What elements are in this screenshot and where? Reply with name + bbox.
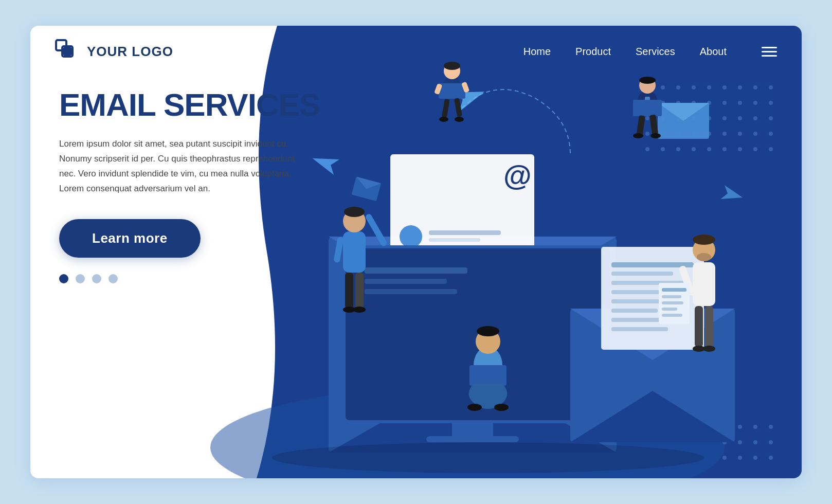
svg-point-56 (738, 456, 742, 460)
svg-point-125 (477, 326, 499, 336)
page-wrapper: @ 1 (30, 26, 802, 478)
svg-point-3 (661, 85, 665, 89)
svg-point-101 (455, 117, 464, 122)
svg-rect-76 (365, 267, 467, 274)
svg-point-7 (722, 85, 727, 89)
svg-point-41 (692, 147, 696, 151)
logo-text: YOUR LOGO (87, 44, 173, 60)
svg-rect-142 (705, 306, 713, 347)
svg-rect-77 (365, 279, 447, 284)
svg-point-36 (753, 132, 757, 136)
svg-point-18 (753, 101, 757, 105)
svg-point-44 (738, 147, 742, 151)
svg-point-42 (707, 147, 711, 151)
svg-rect-126 (469, 365, 507, 386)
svg-rect-113 (343, 231, 366, 273)
logo-icon (55, 39, 80, 64)
svg-point-111 (633, 133, 643, 138)
svg-point-53 (753, 440, 757, 444)
svg-rect-137 (662, 301, 683, 304)
svg-rect-88 (611, 309, 658, 313)
svg-rect-138 (662, 308, 677, 311)
hamburger-menu[interactable] (762, 47, 777, 57)
nav-home[interactable]: Home (523, 46, 551, 58)
hero-content: EMAIL SERVICES Lorem ipsum dolor sit ame… (59, 87, 327, 283)
svg-rect-119 (345, 273, 353, 309)
svg-rect-86 (611, 290, 663, 294)
pagination-dots (59, 274, 327, 283)
svg-point-43 (722, 147, 727, 151)
svg-point-28 (769, 116, 773, 120)
svg-point-25 (722, 116, 727, 120)
svg-point-52 (738, 440, 742, 444)
svg-rect-149 (63, 47, 71, 56)
svg-point-144 (703, 346, 715, 352)
svg-point-17 (738, 101, 742, 105)
svg-rect-64 (429, 238, 480, 242)
svg-rect-79 (452, 422, 493, 436)
svg-rect-84 (611, 272, 673, 276)
svg-point-50 (769, 425, 773, 429)
header: YOUR LOGO Home Product Services About (30, 26, 802, 77)
svg-point-37 (769, 132, 773, 136)
svg-point-132 (693, 235, 715, 245)
svg-point-62 (400, 225, 422, 248)
dot-4[interactable] (108, 274, 118, 283)
logo-area: YOUR LOGO (55, 39, 173, 64)
svg-rect-136 (662, 295, 681, 298)
svg-rect-120 (355, 273, 364, 309)
svg-rect-90 (611, 327, 668, 331)
nav-product[interactable]: Product (575, 46, 611, 58)
svg-point-19 (769, 101, 773, 105)
svg-point-122 (353, 307, 366, 313)
svg-point-4 (676, 85, 680, 89)
svg-point-45 (753, 147, 757, 151)
svg-text:@: @ (503, 159, 532, 191)
svg-point-54 (769, 440, 773, 444)
svg-point-100 (439, 117, 448, 122)
nav-about[interactable]: About (700, 46, 727, 58)
svg-point-6 (707, 85, 711, 89)
svg-point-9 (753, 85, 757, 89)
dot-1[interactable] (59, 274, 68, 283)
svg-rect-97 (439, 83, 465, 99)
svg-point-57 (753, 456, 757, 460)
svg-rect-78 (365, 289, 457, 294)
svg-point-5 (692, 85, 696, 89)
svg-point-127 (467, 404, 482, 411)
svg-point-58 (769, 456, 773, 460)
svg-point-112 (650, 133, 661, 138)
svg-rect-63 (429, 230, 501, 235)
svg-point-40 (676, 147, 680, 151)
hero-title: EMAIL SERVICES (59, 87, 327, 122)
nav-services[interactable]: Services (636, 46, 675, 58)
svg-rect-139 (662, 314, 682, 317)
hamburger-line-3 (762, 55, 777, 57)
svg-point-46 (769, 147, 773, 151)
svg-rect-141 (695, 306, 703, 347)
dot-2[interactable] (76, 274, 85, 283)
svg-rect-80 (426, 436, 519, 442)
svg-point-16 (722, 101, 727, 105)
svg-rect-108 (633, 100, 662, 116)
learn-more-button[interactable]: Learn more (59, 219, 201, 258)
svg-point-145 (272, 442, 704, 473)
hamburger-line-1 (762, 47, 777, 48)
svg-point-49 (753, 425, 757, 429)
dot-3[interactable] (92, 274, 101, 283)
svg-point-8 (738, 85, 742, 89)
svg-point-26 (738, 116, 742, 120)
hero-description: Lorem ipsum dolor sit amet, sea putant s… (59, 137, 296, 196)
svg-point-29 (645, 132, 649, 136)
svg-point-128 (494, 404, 509, 411)
svg-point-115 (344, 207, 365, 217)
svg-point-48 (738, 425, 742, 429)
navigation: Home Product Services About (523, 46, 777, 58)
svg-point-34 (722, 132, 727, 136)
svg-point-27 (753, 116, 757, 120)
svg-point-20 (645, 116, 649, 120)
svg-rect-135 (662, 288, 686, 292)
svg-point-39 (661, 147, 665, 151)
svg-point-35 (738, 132, 742, 136)
svg-point-106 (639, 77, 656, 84)
